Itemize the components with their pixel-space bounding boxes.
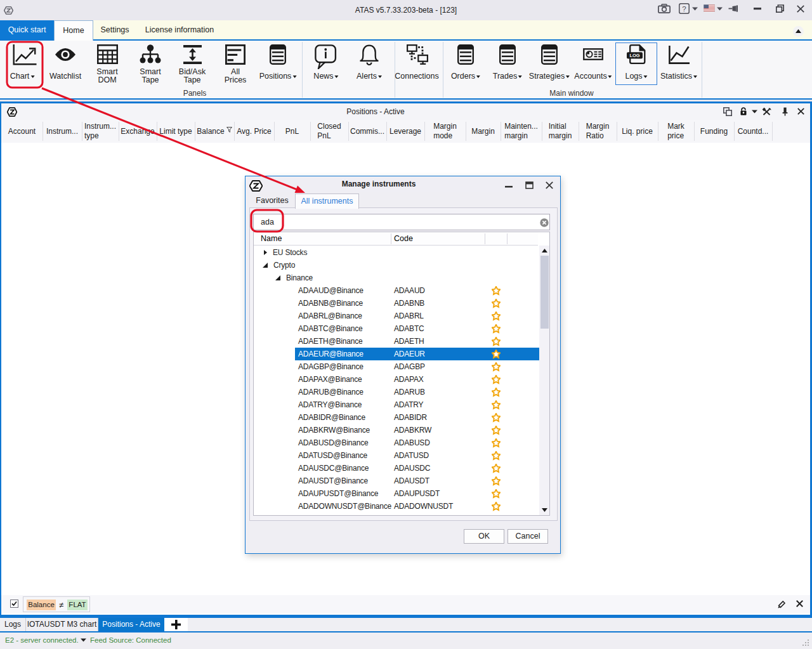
svg-text:LOG: LOG: [629, 53, 639, 58]
